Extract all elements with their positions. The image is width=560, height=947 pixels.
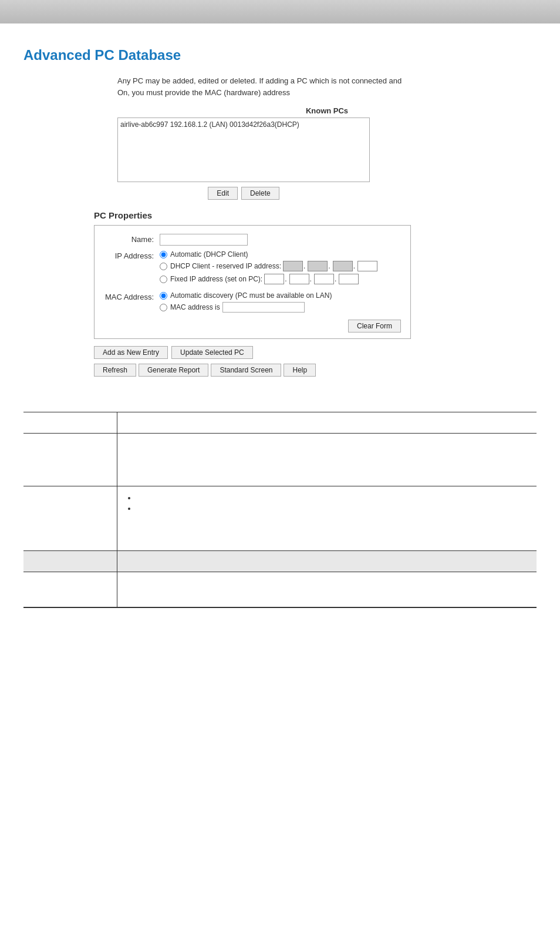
add-as-new-entry-button[interactable]: Add as New Entry: [94, 346, 168, 359]
bottom-buttons-row: Refresh Generate Report Standard Screen …: [94, 364, 537, 377]
ip-address-row: IP Address: Automatic (DHCP Client) DHCP…: [104, 250, 401, 287]
mac-auto-label: Automatic discovery (PC must be availabl…: [170, 291, 332, 300]
table-cell-right: [117, 434, 537, 486]
radio-dhcp-reserved-row: DHCP Client - reserved IP address: . . .: [160, 261, 401, 271]
radio-dhcp-label: DHCP Client - reserved IP address:: [170, 262, 281, 270]
radio-fixed-ip[interactable]: [160, 276, 167, 283]
name-input[interactable]: [160, 234, 248, 246]
fixed-ip-1[interactable]: [264, 274, 284, 284]
radio-mac-auto[interactable]: [160, 292, 167, 300]
table-row-gray: [23, 551, 537, 572]
name-label: Name:: [104, 234, 160, 244]
refresh-button[interactable]: Refresh: [94, 364, 136, 377]
edit-button[interactable]: Edit: [208, 187, 238, 200]
generate-report-button[interactable]: Generate Report: [139, 364, 208, 377]
known-pcs-label: Known PCs: [117, 106, 537, 115]
mac-is-label: MAC address is: [170, 303, 220, 311]
dhcp-ip-4[interactable]: [357, 261, 377, 271]
standard-screen-button[interactable]: Standard Screen: [211, 364, 281, 377]
radio-fixed-ip-row: Fixed IP address (set on PC): . . .: [160, 274, 401, 284]
dhcp-ip-1[interactable]: [283, 261, 303, 271]
page-title: Advanced PC Database: [23, 47, 537, 63]
radio-automatic[interactable]: [160, 251, 167, 258]
name-row: Name:: [104, 234, 401, 246]
ip-label: IP Address:: [104, 250, 160, 260]
table-cell-right: [117, 572, 537, 607]
pc-properties-title: PC Properties: [94, 210, 537, 220]
mac-address-row: MAC Address: Automatic discovery (PC mus…: [104, 291, 401, 315]
radio-fixed-label: Fixed IP address (set on PC):: [170, 275, 262, 283]
table-cell-right: [117, 551, 537, 572]
bottom-table: [23, 412, 537, 608]
radio-automatic-row: Automatic (DHCP Client): [160, 250, 401, 258]
table-cell-right: [117, 412, 537, 433]
dhcp-ip-3[interactable]: [333, 261, 353, 271]
description: Any PC may be added, edited or deleted. …: [117, 75, 537, 98]
bullet-list: [124, 493, 529, 512]
table-row: [23, 486, 537, 551]
list-item: [136, 504, 529, 512]
radio-mac-is[interactable]: [160, 304, 167, 311]
table-cell-left: [23, 572, 117, 607]
table-cell-left: [23, 434, 117, 486]
table-row: [23, 572, 537, 607]
clear-form-row: Clear Form: [104, 320, 401, 333]
dhcp-ip-2[interactable]: [308, 261, 328, 271]
fixed-ip-3[interactable]: [314, 274, 334, 284]
known-pcs-list[interactable]: airlive-ab6c997 192.168.1.2 (LAN) 0013d4…: [117, 117, 370, 182]
fixed-ip-4[interactable]: [339, 274, 359, 284]
top-bar: [0, 0, 560, 23]
known-pcs-entry[interactable]: airlive-ab6c997 192.168.1.2 (LAN) 0013d4…: [120, 120, 367, 129]
description-line2: On, you must provide the MAC (hardware) …: [117, 88, 290, 97]
mac-label: MAC Address:: [104, 291, 160, 301]
table-cell-right: [117, 486, 537, 550]
radio-dhcp-reserved[interactable]: [160, 263, 167, 270]
clear-form-button[interactable]: Clear Form: [348, 320, 401, 333]
update-selected-pc-button[interactable]: Update Selected PC: [171, 346, 253, 359]
help-button[interactable]: Help: [284, 364, 316, 377]
table-row: [23, 434, 537, 486]
description-line1: Any PC may be added, edited or deleted. …: [117, 76, 402, 85]
mac-input[interactable]: [222, 302, 305, 313]
table-row: [23, 412, 537, 434]
fixed-ip-2[interactable]: [289, 274, 309, 284]
table-cell-left: [23, 486, 117, 550]
action-buttons-row: Add as New Entry Update Selected PC: [94, 346, 537, 359]
list-item: [136, 493, 529, 502]
radio-automatic-label: Automatic (DHCP Client): [170, 250, 248, 258]
table-cell-left: [23, 551, 117, 572]
pc-properties-box: Name: IP Address: Automatic (DHCP Client…: [94, 225, 411, 339]
mac-auto-row: Automatic discovery (PC must be availabl…: [160, 291, 401, 300]
mac-is-row: MAC address is: [160, 302, 401, 313]
table-cell-left: [23, 412, 117, 433]
delete-button[interactable]: Delete: [241, 187, 279, 200]
